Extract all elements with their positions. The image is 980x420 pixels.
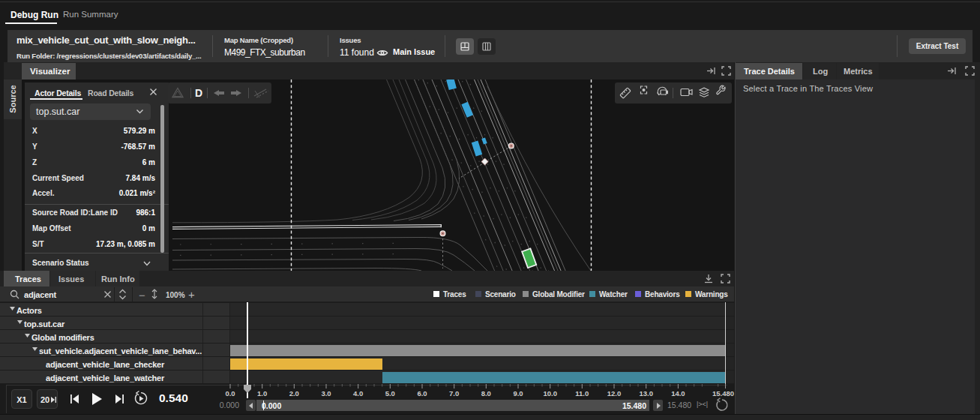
svg-text:9.0: 9.0 [513,389,523,398]
svg-text:0.0: 0.0 [225,389,235,398]
svg-text:4.0: 4.0 [353,389,363,398]
svg-text:7.0: 7.0 [449,389,459,398]
svg-text:15.480: 15.480 [712,389,734,398]
svg-text:2.0: 2.0 [289,389,299,398]
svg-text:D: D [195,87,202,99]
svg-text:8.0: 8.0 [481,389,491,398]
svg-text:12.0: 12.0 [607,389,622,398]
svg-text:6.0: 6.0 [417,389,427,398]
svg-text:3.0: 3.0 [321,389,331,398]
svg-text:11.0: 11.0 [575,389,589,398]
svg-text:10.0: 10.0 [543,389,557,398]
svg-text:13.0: 13.0 [639,389,653,398]
svg-text:1.0: 1.0 [257,389,267,398]
svg-text:5.0: 5.0 [385,389,395,398]
svg-text:14.0: 14.0 [671,389,685,398]
